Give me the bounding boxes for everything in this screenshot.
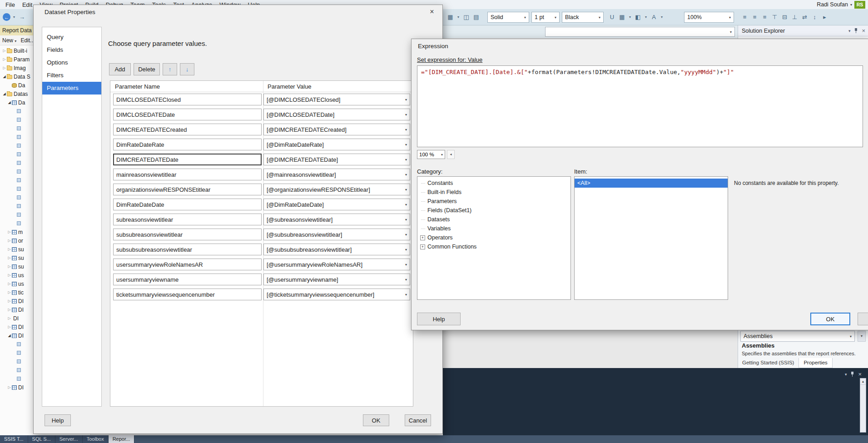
align-middle-icon[interactable]: ⊟ <box>780 13 789 21</box>
parameter-value-combo[interactable]: [@subsubreasonsviewtitlear]▾ <box>263 229 410 240</box>
fill-color-icon[interactable]: ◧ <box>634 13 642 21</box>
close-icon[interactable]: × <box>422 5 442 18</box>
ok-button[interactable]: OK <box>810 313 850 325</box>
parameter-name-field[interactable]: organizationsviewRESPONSEtitlear <box>113 184 262 195</box>
help-button[interactable]: Help <box>45 414 71 426</box>
item-list-entry[interactable]: <All> <box>575 179 728 188</box>
scroll-left-icon[interactable]: ◂ <box>447 150 455 159</box>
align-center-icon[interactable]: ≡ <box>750 13 759 21</box>
parameter-name-field[interactable]: DIMCREATEDATECreated <box>113 124 262 135</box>
cancel-button[interactable]: Cancel <box>858 313 868 325</box>
properties-object-selector[interactable]: Assemblies ▾ <box>740 331 855 342</box>
expand-arrow-icon[interactable]: ◢ <box>2 75 7 79</box>
editor-zoom-combo[interactable]: 100 % ▾ <box>417 150 445 159</box>
category-item[interactable]: +Operators <box>417 233 570 242</box>
expand-arrow-icon[interactable]: ▷ <box>7 290 12 294</box>
category-item[interactable]: Variables <box>417 224 570 233</box>
menu-item-file[interactable]: File <box>2 0 19 9</box>
underline-icon[interactable]: U <box>608 13 616 21</box>
cancel-button[interactable]: Cancel <box>405 414 431 426</box>
category-item[interactable]: Fields (DataSet1) <box>417 206 570 215</box>
parameter-value-combo[interactable]: [@DimRateDateRate]▾ <box>263 139 410 150</box>
align-bottom-icon[interactable]: ⊥ <box>790 13 799 21</box>
scroll-down-icon[interactable]: ▾ <box>858 331 866 342</box>
help-button[interactable]: Help <box>417 313 461 325</box>
parameter-value-combo[interactable]: [@DIMCLOSEDATEDate]▾ <box>263 109 410 120</box>
navigate-forward-icon[interactable]: → <box>18 13 26 21</box>
parameter-value-combo[interactable]: [@usersummaryviewname]▾ <box>263 274 410 285</box>
chevron-down-icon[interactable]: ▾ <box>405 293 407 297</box>
close-icon[interactable]: × <box>862 29 865 33</box>
parameter-value-combo[interactable]: [@DimRateDateDate]▾ <box>263 199 410 210</box>
pin-icon[interactable] <box>854 28 858 34</box>
expand-arrow-icon[interactable]: ▷ <box>7 282 12 286</box>
chevron-down-icon[interactable]: ▾ <box>405 128 407 132</box>
expand-arrow-icon[interactable]: ▷ <box>7 325 12 329</box>
merge-cells-icon[interactable]: ◫ <box>462 13 471 21</box>
parameter-name-field[interactable]: DIMCREATEDATEDate <box>113 154 262 165</box>
expand-arrow-icon[interactable]: ▷ <box>7 273 12 277</box>
borders-icon[interactable]: ▦ <box>618 13 626 21</box>
swap-icon[interactable]: ⇄ <box>800 13 809 21</box>
expand-arrow-icon[interactable]: ▷ <box>2 66 7 70</box>
expand-plus-icon[interactable]: + <box>420 235 425 240</box>
parameter-name-field[interactable]: subsubsubreasonsviewtitlear <box>113 244 262 255</box>
parameter-value-combo[interactable]: [@usersummaryviewRoleNamesAR]▾ <box>263 259 410 270</box>
align-left-icon[interactable]: ≡ <box>740 13 749 21</box>
parameter-name-field[interactable]: subsubreasonsviewtitlear <box>113 229 262 240</box>
category-item[interactable]: +Common Functions <box>417 242 570 251</box>
chevron-down-icon[interactable]: ▾ <box>850 3 852 7</box>
window-tab-ssis-t-[interactable]: SSIS T... <box>0 435 28 443</box>
parameter-value-combo[interactable]: [@DIMCREATEDATECreated]▾ <box>263 124 410 135</box>
parameter-name-field[interactable]: usersummaryviewRoleNamesAR <box>113 259 262 270</box>
expression-code-editor[interactable]: ="[DIM_CREATE_DATE].[Date].&["+format(Pa… <box>417 65 863 147</box>
scrollbar[interactable]: ▲ <box>860 378 866 433</box>
new-button[interactable]: New ▾ <box>2 37 16 44</box>
font-color-icon[interactable]: A <box>650 13 658 21</box>
tab-properties[interactable]: Properties <box>799 358 832 368</box>
chevron-down-icon[interactable]: ▾ <box>456 13 461 21</box>
parameter-value-combo[interactable]: [@DIMCLOSEDATEClosed]▾ <box>263 94 410 105</box>
parameter-value-combo[interactable]: [@mainreasonsviewtitlear]▾ <box>263 169 410 180</box>
parameter-value-combo[interactable]: [@organizationsviewRESPONSEtitlear]▾ <box>263 184 410 195</box>
chevron-down-icon[interactable]: ▾ <box>405 248 407 252</box>
close-icon[interactable]: × <box>858 372 862 377</box>
parameter-value-combo[interactable]: [@ticketsummaryviewssequencenumber]▾ <box>263 289 410 300</box>
expand-arrow-icon[interactable]: ▷ <box>7 264 12 269</box>
expand-arrow-icon[interactable]: ▷ <box>7 308 12 312</box>
expand-arrow-icon[interactable]: ▷ <box>7 256 12 260</box>
chevron-down-icon[interactable]: ▾ <box>405 173 407 177</box>
category-item[interactable]: Constants <box>417 179 570 188</box>
border-width-combo[interactable]: 1 pt▾ <box>531 12 560 23</box>
expand-arrow-icon[interactable]: ◢ <box>2 92 7 96</box>
dataset-nav-item-query[interactable]: Query <box>42 31 101 44</box>
chevron-down-icon[interactable]: ▾ <box>405 98 407 102</box>
parameter-name-field[interactable]: DIMCLOSEDATEClosed <box>113 94 262 105</box>
chevron-down-icon[interactable]: ▾ <box>628 13 632 21</box>
navigate-back-icon[interactable]: ← <box>3 13 10 21</box>
chevron-down-icon[interactable]: ▾ <box>405 143 407 147</box>
parameter-value-combo[interactable]: [@subsubsubreasonsviewtitlear]▾ <box>263 244 410 255</box>
chevron-down-icon[interactable]: ▾ <box>405 278 407 282</box>
category-item[interactable]: Datasets <box>417 215 570 224</box>
window-tab-server-[interactable]: Server... <box>55 435 83 443</box>
edit-button[interactable]: Edit... <box>20 37 35 44</box>
user-account-label[interactable]: Radi Soufan <box>817 1 848 8</box>
parameter-name-field[interactable]: DimRateDateRate <box>113 139 262 150</box>
resize-icon[interactable]: ↕ <box>810 13 819 21</box>
chevron-down-icon[interactable]: ▾ <box>405 203 407 207</box>
chevron-down-icon[interactable]: ▾ <box>405 113 407 117</box>
report-item-combo[interactable]: ▾ <box>545 27 735 37</box>
parameter-name-field[interactable]: subreasonsviewtitlear <box>113 214 262 225</box>
avatar[interactable]: RS <box>854 1 865 9</box>
border-style-combo[interactable]: Solid▾ <box>487 12 529 23</box>
move-down-button[interactable]: ↓ <box>180 63 194 75</box>
expand-arrow-icon[interactable]: ▷ <box>7 230 12 234</box>
border-color-combo[interactable]: Black▾ <box>562 12 604 23</box>
scroll-up-icon[interactable]: ▲ <box>860 378 866 385</box>
category-item[interactable]: Built-in Fields <box>417 188 570 197</box>
chevron-down-icon[interactable]: ▾ <box>644 13 648 21</box>
table-icon[interactable]: ▦ <box>446 13 455 21</box>
dataset-nav-item-filters[interactable]: Filters <box>42 69 101 82</box>
chevron-down-icon[interactable]: ▾ <box>405 158 407 162</box>
